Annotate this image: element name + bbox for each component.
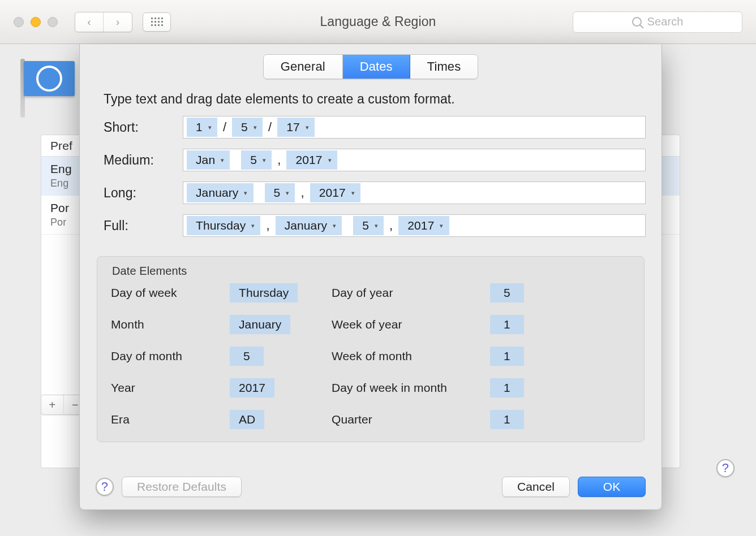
tab-dates[interactable]: Dates xyxy=(343,55,410,79)
format-label-full: Full: xyxy=(104,218,183,234)
chevron-down-icon: ▾ xyxy=(351,189,355,197)
format-rows: Short: 1▾ / 5▾ / 17▾ Medium: Jan▾ 5▾ , 2… xyxy=(96,116,646,253)
chevron-down-icon: ▾ xyxy=(440,222,443,230)
date-token[interactable]: 2017▾ xyxy=(310,183,360,202)
zoom-traffic-light[interactable] xyxy=(48,17,58,27)
date-token[interactable]: 1▾ xyxy=(187,118,217,137)
format-field-full[interactable]: Thursday▾ , January▾ 5▾ , 2017▾ xyxy=(183,214,646,237)
separator: / xyxy=(266,120,274,135)
de-token-week-of-year[interactable]: 1 xyxy=(490,315,524,334)
separator: , xyxy=(264,218,272,233)
separator: , xyxy=(275,153,283,167)
de-label: Era xyxy=(111,413,224,426)
help-button[interactable]: ? xyxy=(96,478,114,496)
separator: / xyxy=(221,120,229,135)
close-traffic-light[interactable] xyxy=(14,17,24,27)
date-token[interactable]: 5▾ xyxy=(232,118,263,137)
date-token[interactable]: 5▾ xyxy=(265,183,295,202)
de-label: Year xyxy=(111,381,224,395)
format-row-medium: Medium: Jan▾ 5▾ , 2017▾ xyxy=(104,149,646,171)
sheet-tabs: General Dates Times xyxy=(263,54,479,79)
nav-back-forward: ‹ › xyxy=(75,12,132,32)
date-token[interactable]: 5▾ xyxy=(353,216,384,235)
format-label-long: Long: xyxy=(104,185,183,201)
chevron-down-icon: ▾ xyxy=(208,124,212,131)
instruction-text: Type text and drag date elements to crea… xyxy=(104,92,646,107)
ok-button[interactable]: OK xyxy=(578,477,646,497)
region-flag-icon xyxy=(24,61,75,96)
de-label: Day of week xyxy=(111,286,224,300)
de-label: Week of month xyxy=(332,349,484,363)
chevron-right-icon: › xyxy=(116,17,119,27)
cancel-button[interactable]: Cancel xyxy=(502,477,570,497)
tab-general[interactable]: General xyxy=(264,55,343,79)
back-button[interactable]: ‹ xyxy=(75,12,104,32)
grid-icon xyxy=(151,18,163,26)
format-field-long[interactable]: January▾ 5▾ , 2017▾ xyxy=(183,181,646,204)
search-icon xyxy=(632,17,642,27)
date-token[interactable]: 2017▾ xyxy=(398,216,449,235)
chevron-down-icon: ▾ xyxy=(286,189,289,197)
de-token-day-of-month[interactable]: 5 xyxy=(230,347,264,366)
separator: , xyxy=(387,218,395,233)
format-label-medium: Medium: xyxy=(104,153,183,168)
de-label: Day of week in month xyxy=(332,381,484,395)
dates-format-sheet: General Dates Times Type text and drag d… xyxy=(79,44,662,510)
format-row-short: Short: 1▾ / 5▾ / 17▾ xyxy=(104,116,646,139)
minimize-traffic-light[interactable] xyxy=(31,17,41,27)
de-label: Day of year xyxy=(332,286,484,300)
de-token-month[interactable]: January xyxy=(230,315,290,334)
date-token[interactable]: 2017▾ xyxy=(286,150,337,170)
de-token-quarter[interactable]: 1 xyxy=(490,410,524,429)
window-body: Pref Eng Eng Por Por + − ? General Dates… xyxy=(0,44,756,536)
de-label: Day of month xyxy=(111,349,224,363)
date-elements-box: Date Elements Day of week Thursday Day o… xyxy=(97,256,645,442)
tab-times[interactable]: Times xyxy=(410,55,478,79)
help-button-outer[interactable]: ? xyxy=(716,459,734,477)
date-token[interactable]: Thursday▾ xyxy=(187,216,260,235)
de-token-day-of-year[interactable]: 5 xyxy=(490,283,524,302)
toolbar: ‹ › Language & Region Search xyxy=(0,0,756,44)
chevron-down-icon: ▾ xyxy=(306,124,309,131)
format-field-short[interactable]: 1▾ / 5▾ / 17▾ xyxy=(183,116,646,139)
date-token[interactable]: 5▾ xyxy=(241,150,272,170)
de-token-day-of-week[interactable]: Thursday xyxy=(230,283,298,302)
format-field-medium[interactable]: Jan▾ 5▾ , 2017▾ xyxy=(183,149,646,171)
format-row-long: Long: January▾ 5▾ , 2017▾ xyxy=(104,181,646,204)
search-field[interactable]: Search xyxy=(573,11,742,33)
date-elements-grid: Day of week Thursday Day of year 5 Month… xyxy=(111,283,630,429)
de-label: Quarter xyxy=(332,413,484,426)
sheet-button-bar: ? Restore Defaults Cancel OK xyxy=(96,468,646,497)
chevron-down-icon: ▾ xyxy=(333,222,336,230)
de-label: Week of year xyxy=(332,318,484,331)
chevron-down-icon: ▾ xyxy=(375,222,378,230)
chevron-left-icon: ‹ xyxy=(87,17,91,27)
de-token-era[interactable]: AD xyxy=(230,410,264,429)
traffic-lights xyxy=(14,17,58,27)
format-label-short: Short: xyxy=(104,120,183,135)
separator: , xyxy=(298,185,306,200)
date-token[interactable]: Jan▾ xyxy=(187,150,230,170)
chevron-down-icon: ▾ xyxy=(328,157,332,164)
forward-button[interactable]: › xyxy=(104,12,132,32)
de-token-day-of-week-in-month[interactable]: 1 xyxy=(490,378,524,397)
de-label: Month xyxy=(111,318,224,331)
date-token[interactable]: 17▾ xyxy=(277,118,315,137)
show-all-button[interactable] xyxy=(143,12,171,32)
chevron-down-icon: ▾ xyxy=(221,157,224,164)
de-token-year[interactable]: 2017 xyxy=(230,378,274,397)
date-elements-title: Date Elements xyxy=(112,265,630,278)
chevron-down-icon: ▾ xyxy=(251,222,255,230)
de-token-week-of-month[interactable]: 1 xyxy=(490,347,524,366)
chevron-down-icon: ▾ xyxy=(244,189,247,197)
restore-defaults-button[interactable]: Restore Defaults xyxy=(122,477,242,497)
add-language-button[interactable]: + xyxy=(41,395,64,414)
date-token[interactable]: January▾ xyxy=(276,216,342,235)
search-placeholder: Search xyxy=(647,15,684,28)
chevron-down-icon: ▾ xyxy=(263,157,266,164)
format-row-full: Full: Thursday▾ , January▾ 5▾ , 2017▾ xyxy=(104,214,646,237)
chevron-down-icon: ▾ xyxy=(254,124,257,131)
date-token[interactable]: January▾ xyxy=(187,183,254,202)
